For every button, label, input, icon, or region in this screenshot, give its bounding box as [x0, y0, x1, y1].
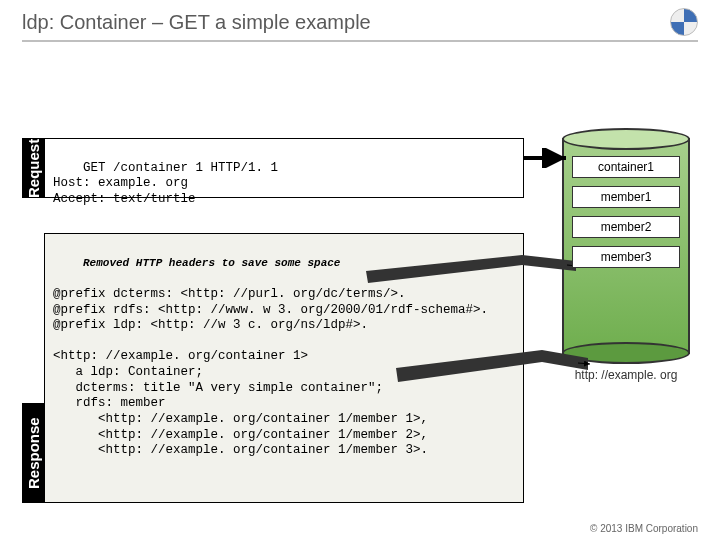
- response-note: Removed HTTP headers to save some space: [83, 257, 340, 269]
- database-cylinder: container1 member1 member2 member3 http:…: [562, 128, 690, 364]
- request-box: GET /container 1 HTTP/1. 1 Host: example…: [44, 138, 524, 198]
- title-rule: [22, 40, 698, 42]
- brand-logo-icon: [670, 8, 698, 36]
- slide-title: ldp: Container – GET a simple example: [22, 11, 371, 34]
- response-body: <http: //example. org/container 1> a ldp…: [53, 349, 428, 457]
- db-item: container1: [572, 156, 680, 178]
- copyright: © 2013 IBM Corporation: [590, 523, 698, 534]
- request-text: GET /container 1 HTTP/1. 1 Host: example…: [53, 161, 278, 206]
- db-item: member3: [572, 246, 680, 268]
- request-label: Request: [22, 138, 44, 198]
- response-prefix: @prefix dcterms: <http: //purl. org/dc/t…: [53, 287, 488, 332]
- response-label: Response: [22, 403, 44, 503]
- response-box: Removed HTTP headers to save some space …: [44, 233, 524, 503]
- db-caption: http: //example. org: [562, 368, 690, 382]
- db-item: member1: [572, 186, 680, 208]
- db-item: member2: [572, 216, 680, 238]
